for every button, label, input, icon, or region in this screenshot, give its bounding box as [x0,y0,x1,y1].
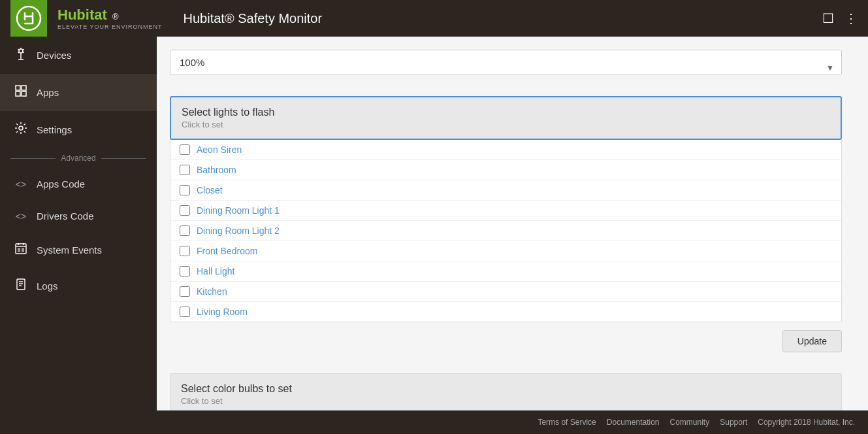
footer: Terms of Service Documentation Community… [0,410,868,434]
apps-icon [13,84,29,101]
documentation-link[interactable]: Documentation [607,418,660,427]
select-color-title: Select color bulbs to set [181,383,831,395]
checkbox-aeon-siren[interactable]: Aeon Siren [170,140,841,160]
svg-rect-6 [16,92,20,96]
sidebar-apps-code-label: Apps Code [37,178,85,190]
sidebar-drivers-code-label: Drivers Code [37,210,94,222]
select-color-bulbs-box[interactable]: Select color bulbs to set Click to set [170,373,842,410]
header-actions: ☐ ⋮ [822,10,858,26]
checkbox-input-bathroom[interactable] [180,165,190,175]
select-lights-title: Select lights to flash [182,107,830,118]
terms-of-service-link[interactable]: Terms of Service [538,418,596,427]
dropdown-wrapper: 100% 75% 50% 25% [170,50,842,86]
more-menu-icon[interactable]: ⋮ [844,10,858,26]
logo-box [10,0,47,37]
system-events-icon [13,242,29,258]
checkbox-input-kitchen[interactable] [180,286,190,297]
checkbox-hall-light[interactable]: Hall Light [170,261,841,282]
sidebar-system-events-label: System Events [37,244,102,256]
checkbox-input-closet[interactable] [180,185,190,195]
checkbox-bathroom[interactable]: Bathroom [170,160,841,180]
select-color-subtitle: Click to set [181,396,831,406]
sidebar-item-system-events[interactable]: System Events [0,232,157,268]
brand-name: Hubitat ® [57,7,163,24]
percentage-dropdown[interactable]: 100% 75% 50% 25% [170,50,842,75]
logs-icon [13,278,29,293]
support-link[interactable]: Support [720,418,747,427]
checkbox-input-living-room[interactable] [180,307,190,317]
svg-rect-17 [17,279,25,290]
brand-name-text: Hubitat [57,7,107,23]
checkbox-kitchen[interactable]: Kitchen [170,282,841,302]
select-lights-subtitle: Click to set [182,120,830,129]
copyright-text: Copyright 2018 Hubitat, Inc. [758,418,855,427]
update-button[interactable]: Update [782,330,842,352]
checkbox-dining-room-light-2[interactable]: Dining Room Light 2 [170,221,841,241]
checkbox-front-bedroom[interactable]: Front Bedroom [170,241,841,261]
checkbox-label-living-room[interactable]: Living Room [197,307,248,317]
checkbox-label-kitchen[interactable]: Kitchen [197,286,227,297]
sidebar-item-drivers-code[interactable]: <> Drivers Code [0,200,157,232]
devices-icon [13,47,29,63]
sidebar-settings-label: Settings [37,124,72,135]
svg-rect-7 [22,92,26,96]
advanced-label: Advanced [61,154,95,163]
svg-point-8 [19,126,23,130]
checkbox-list: Aeon Siren Bathroom Closet Dining Room L… [170,140,842,322]
svg-point-0 [17,7,40,30]
sidebar-devices-label: Devices [37,50,71,61]
sidebar-item-apps-code[interactable]: <> Apps Code [0,168,157,200]
checkbox-dining-room-light-1[interactable]: Dining Room Light 1 [170,201,841,221]
header-left: Hubitat ® ELEVATE YOUR ENVIRONMENT Hubit… [10,0,322,37]
hubitat-logo [16,5,42,31]
svg-rect-5 [22,86,26,90]
checkbox-label-hall-light[interactable]: Hall Light [197,266,234,276]
svg-rect-9 [16,244,26,254]
select-lights-box[interactable]: Select lights to flash Click to set [170,96,842,140]
settings-icon [13,122,29,138]
checkbox-label-front-bedroom[interactable]: Front Bedroom [197,246,257,256]
brand-info: Hubitat ® ELEVATE YOUR ENVIRONMENT [57,7,163,30]
drivers-code-icon: <> [13,211,29,222]
checkbox-input-dining-1[interactable] [180,205,190,216]
sidebar-item-settings[interactable]: Settings [0,111,157,148]
brand-symbol: ® [112,12,119,22]
svg-point-1 [19,49,23,53]
sidebar-item-logs[interactable]: Logs [0,268,157,304]
checkbox-closet[interactable]: Closet [170,180,841,201]
checkbox-input-aeon-siren[interactable] [180,144,190,155]
checkbox-input-front-bedroom[interactable] [180,246,190,256]
sidebar-item-apps[interactable]: Apps [0,74,157,111]
svg-rect-4 [16,86,20,90]
checkbox-label-dining-1[interactable]: Dining Room Light 1 [197,205,280,216]
update-button-row: Update [170,330,842,363]
checkbox-input-hall-light[interactable] [180,266,190,276]
checkbox-living-room[interactable]: Living Room [170,302,841,322]
community-link[interactable]: Community [670,418,710,427]
apps-code-icon: <> [13,179,29,190]
checkbox-label-bathroom[interactable]: Bathroom [197,165,236,175]
app-header: Hubitat ® ELEVATE YOUR ENVIRONMENT Hubit… [0,0,868,37]
sidebar-apps-label: Apps [37,87,59,98]
brand-tagline: ELEVATE YOUR ENVIRONMENT [57,24,163,30]
checkbox-label-aeon-siren[interactable]: Aeon Siren [197,144,242,155]
page-title: Hubitat® Safety Monitor [184,11,323,26]
chat-icon[interactable]: ☐ [822,10,834,26]
sidebar-item-devices[interactable]: Devices [0,37,157,74]
checkbox-input-dining-2[interactable] [180,225,190,236]
checkbox-label-dining-2[interactable]: Dining Room Light 2 [197,225,280,236]
sidebar: Devices Apps Settings [0,37,157,410]
advanced-divider: Advanced [0,148,157,168]
main-content: 100% 75% 50% 25% Select lights to flash … [157,37,868,410]
content-area: 100% 75% 50% 25% Select lights to flash … [157,37,868,410]
sidebar-logs-label: Logs [37,280,58,292]
checkbox-label-closet[interactable]: Closet [197,185,223,195]
